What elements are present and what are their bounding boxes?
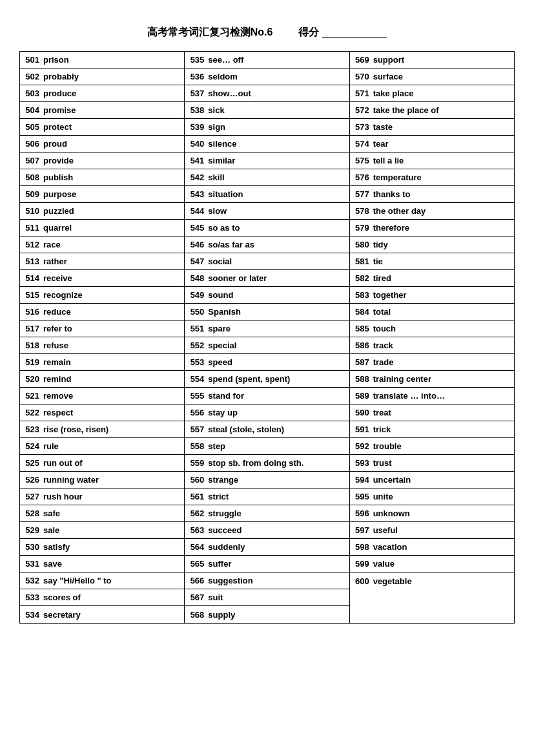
list-item: 591trick (350, 421, 514, 438)
entry-word: stand for (205, 389, 247, 403)
list-item: 518refuse (20, 337, 184, 354)
entry-word: tear (371, 137, 391, 151)
column-1: 501prison502probably503produce504promise… (19, 51, 185, 624)
list-item: 594uncertain (350, 472, 514, 488)
entry-word: the other day (371, 204, 429, 218)
entry-number: 562 (185, 507, 205, 520)
entry-number: 547 (185, 255, 205, 268)
entry-number: 502 (20, 70, 41, 83)
list-item: 547social (185, 253, 349, 270)
entry-number: 509 (20, 187, 41, 201)
entry-number: 567 (185, 591, 205, 604)
entry-number: 546 (185, 238, 205, 251)
list-item: 587trade (350, 354, 514, 371)
entry-word: prison (41, 53, 72, 67)
entry-number: 526 (20, 473, 41, 487)
entry-number: 518 (20, 339, 41, 352)
entry-number: 577 (350, 187, 371, 201)
list-item: 571take place (350, 85, 514, 102)
list-item: 505protect (20, 119, 184, 136)
entry-number: 516 (20, 305, 41, 319)
entry-word: secretary (41, 608, 83, 622)
entry-number: 515 (20, 288, 41, 302)
entry-number: 529 (20, 523, 41, 537)
entry-word: similar (205, 154, 238, 167)
list-item: 548sooner or later (185, 270, 349, 287)
entry-word: suddenly (205, 540, 247, 554)
list-item: 593trust (350, 455, 514, 472)
list-item: 540silence (185, 136, 349, 152)
entry-word: suggestion (205, 574, 255, 587)
entry-word: provide (41, 154, 76, 167)
entry-number: 523 (20, 423, 41, 436)
entry-word: save (41, 557, 65, 571)
entry-word: stop sb. from doing sth. (205, 456, 306, 470)
entry-number: 527 (20, 490, 41, 503)
score-label: 得分 (298, 26, 319, 39)
entry-word: uncertain (371, 473, 414, 487)
entry-word: special (205, 339, 239, 352)
entry-word: situation (205, 187, 245, 201)
entry-word: trade (371, 355, 396, 369)
list-item: 537show…out (185, 85, 349, 102)
list-item: 568supply (185, 606, 349, 623)
entry-number: 507 (20, 154, 41, 167)
entry-number: 574 (350, 137, 371, 151)
list-item: 592trouble (350, 438, 514, 455)
list-item: 573taste (350, 119, 514, 136)
entry-number: 555 (185, 389, 205, 403)
entry-number: 599 (350, 557, 371, 571)
entry-word: quarrel (41, 221, 74, 235)
list-item: 515recognize (20, 287, 184, 304)
list-item: 560strange (185, 472, 349, 488)
entry-word: supply (205, 608, 238, 622)
list-item: 521remove (20, 388, 184, 404)
entry-number: 581 (350, 255, 371, 268)
list-item: 556stay up (185, 404, 349, 421)
entry-word: proud (41, 137, 70, 151)
entry-number: 597 (350, 523, 371, 537)
list-item: 597useful (350, 522, 514, 539)
entry-number: 501 (20, 53, 41, 67)
entry-word: purpose (41, 187, 79, 201)
list-item: 512race (20, 236, 184, 253)
list-item: 557steal (stole, stolen) (185, 421, 349, 438)
entry-number: 510 (20, 204, 41, 218)
entry-number: 573 (350, 120, 371, 134)
entry-word: unknown (371, 507, 413, 520)
list-item: 583together (350, 287, 514, 304)
list-item: 572take the place of (350, 102, 514, 119)
entry-word: rush hour (41, 490, 85, 503)
entry-number: 572 (350, 103, 371, 117)
entry-number: 569 (350, 53, 371, 67)
list-item: 562struggle (185, 505, 349, 522)
entry-word: trouble (371, 439, 404, 453)
entry-number: 579 (350, 221, 371, 235)
entry-number: 557 (185, 423, 205, 436)
entry-word: unite (371, 490, 396, 503)
list-item: 533scores of (20, 589, 184, 606)
entry-word: receive (41, 271, 75, 285)
entry-word: stay up (205, 406, 240, 419)
entry-word: step (205, 439, 228, 453)
list-item: 589translate … into… (350, 388, 514, 404)
entry-number: 584 (350, 305, 371, 319)
list-item: 598vacation (350, 539, 514, 556)
entry-number: 536 (185, 70, 205, 83)
entry-number: 538 (185, 103, 205, 117)
list-item: 574tear (350, 136, 514, 152)
entry-word: trust (371, 456, 395, 470)
entry-word: promise (41, 103, 79, 117)
list-item: 546so/as far as (185, 236, 349, 253)
list-item: 525run out of (20, 455, 184, 472)
entry-number: 511 (20, 221, 41, 235)
entry-number: 554 (185, 372, 205, 386)
entry-number: 543 (185, 187, 205, 201)
list-item: 567suit (185, 589, 349, 606)
entry-word: run out of (41, 456, 85, 470)
list-item: 585touch (350, 320, 514, 337)
entry-word: therefore (371, 221, 412, 235)
list-item: 528safe (20, 505, 184, 522)
list-item: 534secretary (20, 606, 184, 623)
entry-word: vegetable (371, 574, 415, 588)
